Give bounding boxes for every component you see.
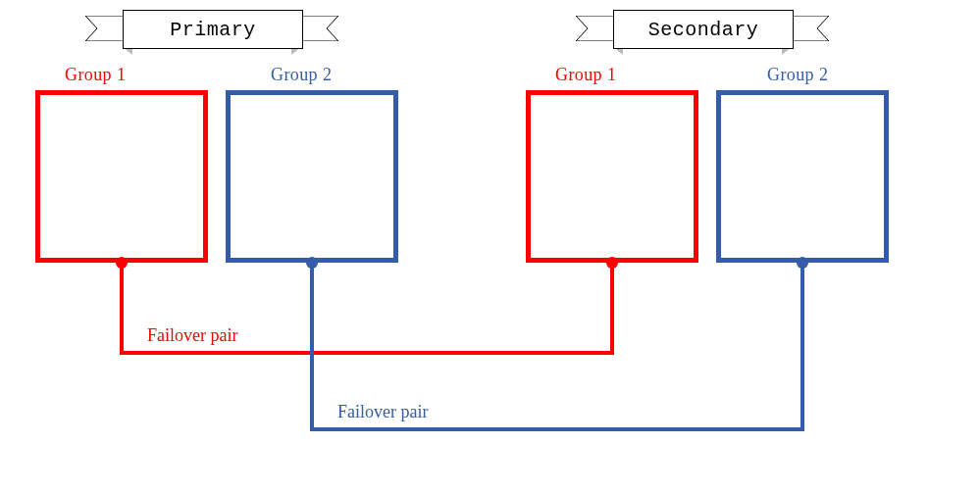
label-primary-group2: Group 2 — [271, 65, 332, 85]
ribbon-primary: Primary — [85, 4, 338, 53]
line-blue-h — [310, 427, 804, 431]
box-secondary-group1 — [526, 90, 698, 263]
line-red-right-v — [610, 263, 614, 355]
label-primary-group1: Group 1 — [65, 65, 126, 85]
label-failover-blue: Failover pair — [337, 402, 428, 422]
line-blue-right-v — [800, 263, 804, 431]
line-red-h — [120, 351, 614, 355]
label-secondary-group1: Group 1 — [555, 65, 616, 85]
box-primary-group2 — [226, 90, 398, 263]
ribbon-secondary: Secondary — [576, 4, 829, 53]
label-failover-red: Failover pair — [147, 325, 237, 346]
box-secondary-group2 — [716, 90, 889, 263]
label-secondary-group2: Group 2 — [767, 65, 828, 85]
ribbon-secondary-label: Secondary — [613, 10, 794, 49]
box-primary-group1 — [35, 90, 208, 263]
line-blue-left-v — [310, 263, 314, 431]
line-red-left-v — [120, 263, 124, 355]
failover-pair-diagram: Primary Secondary Group 1 Group 2 Group … — [0, 0, 980, 494]
ribbon-primary-label: Primary — [123, 10, 303, 49]
